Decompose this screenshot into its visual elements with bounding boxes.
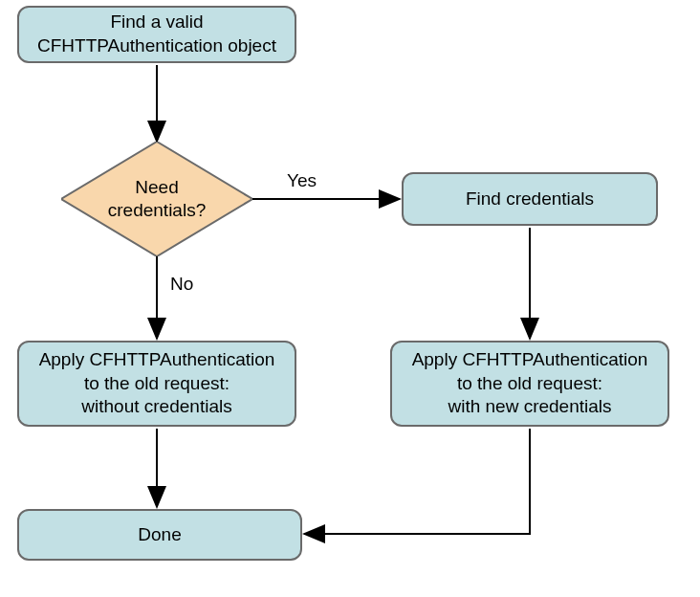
node-find-valid-text: Find a valid CFHTTPAuthentication object bbox=[37, 11, 276, 57]
flow-arrows bbox=[0, 0, 700, 597]
node-find-credentials: Find credentials bbox=[402, 172, 658, 226]
node-need-credentials-text: Need credentials? bbox=[61, 142, 252, 256]
node-apply-with-text: Apply CFHTTPAuthentication to the old re… bbox=[412, 348, 648, 419]
node-apply-with: Apply CFHTTPAuthentication to the old re… bbox=[390, 341, 669, 427]
node-find-valid: Find a valid CFHTTPAuthentication object bbox=[17, 6, 296, 63]
node-apply-without-text: Apply CFHTTPAuthentication to the old re… bbox=[39, 348, 275, 419]
edge-label-no: No bbox=[170, 274, 193, 295]
node-done-text: Done bbox=[138, 523, 181, 547]
edge-label-yes: Yes bbox=[287, 170, 317, 191]
node-need-credentials: Need credentials? bbox=[61, 142, 252, 256]
node-find-credentials-text: Find credentials bbox=[466, 188, 594, 211]
node-done: Done bbox=[17, 509, 302, 561]
node-apply-without: Apply CFHTTPAuthentication to the old re… bbox=[17, 341, 296, 427]
